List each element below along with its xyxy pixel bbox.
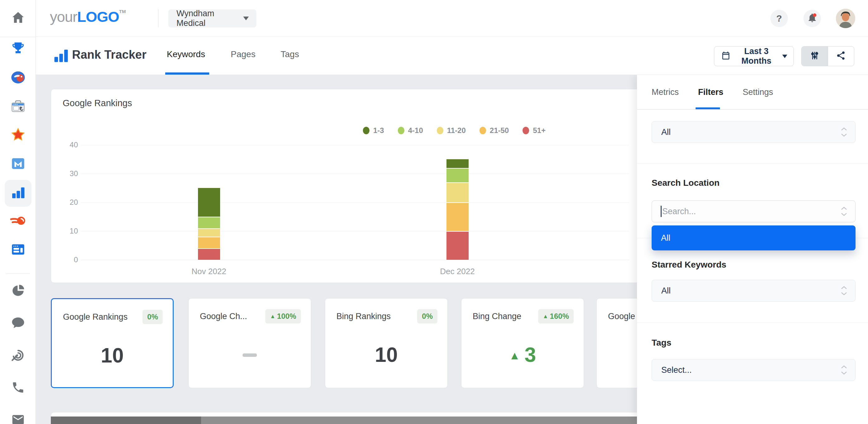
rank-tracker-icon (10, 186, 26, 200)
sidebar-item-grades[interactable] (0, 34, 36, 63)
scrollbar-thumb[interactable] (51, 417, 201, 424)
metric-badge: ▲100% (265, 309, 301, 323)
search-location-input[interactable]: Search... (652, 200, 856, 222)
panel-section-divider (637, 322, 868, 322)
panel-tabbar-border (637, 109, 868, 110)
tab-pages[interactable]: Pages (231, 49, 255, 59)
sidebar-item-rank-tracker[interactable] (0, 178, 36, 207)
legend-label: 51+ (533, 126, 546, 135)
avatar[interactable] (836, 9, 855, 28)
bar-segment-51+ (446, 231, 469, 260)
bar-segment-1-3 (198, 188, 220, 217)
metric-card-google-rankings[interactable]: Google Rankings 0% 10 (51, 298, 174, 388)
trophy-icon (11, 41, 25, 57)
filters-toggle-button[interactable] (802, 47, 828, 66)
calendar-icon (721, 51, 731, 61)
stacked-bar-dec-2022[interactable] (446, 159, 469, 260)
stacked-bar-nov-2022[interactable] (198, 188, 220, 260)
starred-keywords-select[interactable]: All (652, 280, 856, 302)
sidebar-item-home[interactable] (0, 3, 36, 32)
tab-keywords[interactable]: Keywords (167, 49, 205, 59)
legend-label: 11-20 (447, 126, 466, 135)
workspace-selector[interactable]: Wyndham Medical (168, 9, 256, 27)
semrush-icon (10, 215, 26, 228)
reports-pie-icon (11, 283, 25, 298)
sidebar-item-calls[interactable] (0, 374, 36, 402)
sidebar-item-mail[interactable] (0, 150, 36, 178)
panel-tab-filters[interactable]: Filters (698, 87, 723, 97)
logo: yourLOGOTM (50, 8, 126, 25)
y-tick-label: 30 (61, 169, 78, 178)
metric-label: Google Ch... (200, 312, 247, 321)
text-cursor (661, 206, 661, 217)
help-button[interactable]: ? (770, 10, 788, 27)
legend-item[interactable]: 1-3 (363, 126, 384, 135)
metric-card-bing-change[interactable]: Bing Change ▲160% ▲3 (461, 298, 584, 388)
top-filter-select[interactable]: All (652, 121, 856, 143)
gridline (81, 231, 629, 231)
bar-segment-21-50 (446, 202, 469, 231)
legend-item[interactable]: 21-50 (479, 126, 509, 135)
tab-tags[interactable]: Tags (281, 49, 299, 59)
envelope-icon (11, 413, 25, 424)
sidebar-item-email[interactable] (0, 406, 36, 424)
share-button[interactable] (828, 47, 854, 66)
notifications-button[interactable] (803, 10, 821, 27)
metric-card-bing-rankings[interactable]: Bing Rankings 0% 10 (325, 298, 448, 388)
panel-tab-settings[interactable]: Settings (743, 87, 773, 97)
up-arrow-icon: ▲ (270, 313, 276, 320)
sidebar-item-semrush[interactable] (0, 207, 36, 236)
metric-value-dash (243, 354, 257, 357)
date-range-value: Last 3 Months (736, 47, 777, 66)
gridline (81, 202, 629, 203)
share-icon (836, 51, 846, 62)
metric-badge: 0% (143, 310, 163, 324)
panel-section-divider (637, 163, 868, 164)
site-pages-icon (11, 243, 25, 257)
legend-dot-icon (523, 127, 529, 134)
y-tick-label: 0 (61, 255, 78, 264)
sidebar-item-site-pages[interactable] (0, 236, 36, 264)
reviews-star-icon (10, 128, 26, 143)
sidebar-item-toolbox[interactable] (0, 93, 36, 121)
tags-select[interactable]: Select... (652, 359, 856, 381)
bar-segment-21-50 (198, 237, 220, 248)
chevron-up-down-icon (840, 127, 848, 137)
select-value: All (661, 286, 840, 296)
chevron-up-down-icon (840, 206, 848, 216)
gridline (81, 145, 629, 145)
date-range-selector[interactable]: Last 3 Months (714, 46, 794, 66)
chevron-up-down-icon (840, 286, 848, 296)
chevron-down-icon (782, 55, 787, 58)
search-location-dropdown-option-all[interactable]: All (652, 225, 856, 250)
legend-label: 1-3 (373, 126, 384, 135)
y-tick-label: 20 (61, 198, 78, 207)
sidebar-item-reviews[interactable] (0, 121, 36, 149)
bar-segment-4-10 (446, 168, 469, 182)
sidebar-item-reports[interactable] (0, 276, 36, 305)
question-mark-icon: ? (776, 13, 782, 24)
up-arrow-icon: ▲ (543, 313, 549, 320)
legend-item[interactable]: 11-20 (437, 126, 466, 135)
metric-card-google-change[interactable]: Google Ch... ▲100% (188, 298, 311, 388)
chart-y-axis: 010203040 (61, 145, 78, 260)
bar-segment-11-20 (198, 228, 220, 237)
sidebar-item-chat[interactable] (0, 309, 36, 338)
chevron-down-icon (243, 17, 249, 20)
legend-item[interactable]: 4-10 (398, 126, 423, 135)
legend-item[interactable]: 51+ (523, 126, 546, 135)
metric-label: Bing Rankings (336, 312, 391, 321)
bar-segment-11-20 (446, 182, 469, 202)
sidebar-item-local-listings[interactable] (0, 64, 36, 92)
up-arrow-icon: ▲ (509, 347, 520, 362)
select-value: All (661, 128, 840, 137)
metric-badge: ▲160% (538, 309, 574, 323)
horizontal-scrollbar[interactable] (51, 417, 637, 424)
panel-tab-metrics[interactable]: Metrics (652, 87, 679, 97)
sidebar-item-tracking[interactable] (0, 341, 36, 370)
starred-keywords-heading: Starred Keywords (652, 260, 726, 270)
panel-tabs: Metrics Filters Settings (652, 87, 773, 97)
y-tick-label: 10 (61, 226, 78, 236)
chat-icon (11, 316, 25, 330)
option-label: All (661, 233, 670, 243)
